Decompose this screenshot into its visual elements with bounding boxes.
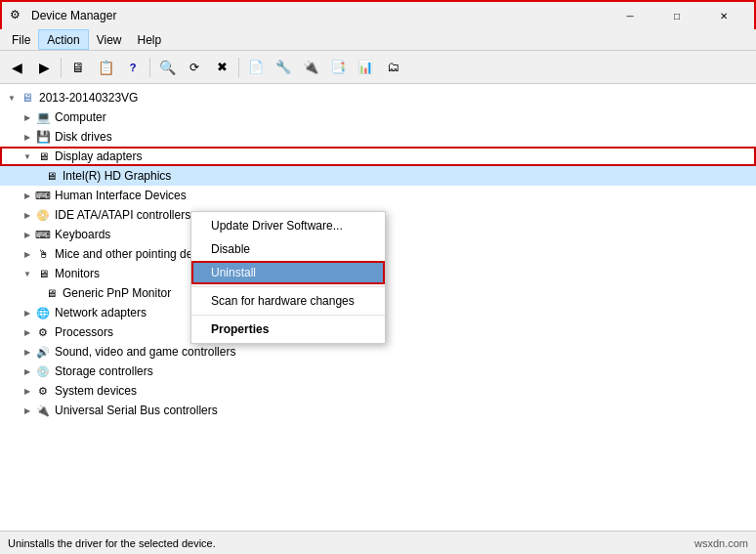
menu-help[interactable]: Help [130, 29, 170, 50]
toolbar-connect[interactable]: 🔌 [298, 55, 323, 80]
tree-item-sound[interactable]: ▶ 🔊 Sound, video and game controllers [0, 342, 756, 362]
toolbar-sep-2 [149, 58, 150, 77]
tree-item-display[interactable]: ▼ 🖥 Display adapters [0, 147, 756, 166]
window-controls: ─ □ ✕ [608, 1, 746, 30]
label-generic-monitor: Generic PnP Monitor [63, 286, 171, 300]
label-processors: Processors [55, 325, 113, 339]
toolbar-resources[interactable]: 🔧 [271, 55, 296, 80]
icon-monitors: 🖥 [35, 266, 51, 281]
expand-sound[interactable]: ▶ [20, 344, 35, 360]
expand-display[interactable]: ▼ [20, 149, 35, 164]
close-button[interactable]: ✕ [701, 1, 746, 30]
tree-item-root[interactable]: ▼ 🖥 2013-20140323VG [0, 88, 756, 107]
icon-storage: 💿 [35, 363, 51, 379]
label-sound: Sound, video and game controllers [55, 345, 235, 359]
menu-action[interactable]: Action [38, 29, 88, 50]
toolbar-help[interactable]: ? [120, 55, 146, 80]
label-network: Network adapters [55, 306, 147, 320]
expand-intel [35, 168, 43, 184]
icon-hid: ⌨ [35, 188, 51, 203]
expand-computer[interactable]: ▶ [20, 109, 35, 125]
label-ide: IDE ATA/ATAPI controllers [55, 208, 190, 222]
minimize-button[interactable]: ─ [608, 1, 652, 30]
main-content: ▼ 🖥 2013-20140323VG ▶ 💻 Computer ▶ 💾 Dis… [0, 84, 756, 531]
expand-monitors[interactable]: ▼ [20, 266, 35, 281]
expand-processors[interactable]: ▶ [20, 324, 35, 340]
label-intel: Intel(R) HD Graphics [63, 169, 171, 183]
window-title: Device Manager [31, 9, 116, 22]
ctx-update-driver[interactable]: Update Driver Software... [191, 214, 385, 237]
ctx-uninstall[interactable]: Uninstall [191, 261, 385, 284]
label-storage: Storage controllers [55, 364, 153, 378]
ctx-sep-1 [191, 286, 385, 287]
toolbar-properties[interactable]: 📋 [93, 55, 118, 80]
icon-network: 🌐 [35, 305, 51, 320]
toolbar-driver[interactable]: 📄 [243, 55, 269, 80]
expand-disk[interactable]: ▶ [20, 129, 35, 145]
icon-sound: 🔊 [35, 344, 51, 360]
tree-item-disk[interactable]: ▶ 💾 Disk drives [0, 127, 756, 147]
status-bar: Uninstalls the driver for the selected d… [0, 531, 756, 554]
toolbar-sep-3 [238, 58, 239, 77]
expand-system[interactable]: ▶ [20, 383, 35, 399]
app-icon: ⚙ [10, 8, 25, 23]
toolbar-view3[interactable]: 🗂 [380, 55, 405, 80]
label-system: System devices [55, 384, 137, 398]
toolbar-scan[interactable]: 🔍 [154, 55, 180, 80]
expand-usb[interactable]: ▶ [20, 403, 35, 418]
expand-network[interactable]: ▶ [20, 305, 35, 320]
tree-item-storage[interactable]: ▶ 💿 Storage controllers [0, 362, 756, 381]
ctx-properties[interactable]: Properties [191, 318, 385, 341]
icon-computer: 🖥 [20, 90, 35, 106]
tree-item-system[interactable]: ▶ ⚙ System devices [0, 381, 756, 401]
toolbar-uninstall[interactable]: ✖ [209, 55, 234, 80]
label-display: Display adapters [55, 149, 142, 163]
maximize-button[interactable]: □ [654, 1, 699, 30]
icon-computer-node: 💻 [35, 109, 51, 125]
toolbar-computer[interactable]: 🖥 [65, 55, 91, 80]
expand-mice[interactable]: ▶ [20, 246, 35, 262]
ctx-scan[interactable]: Scan for hardware changes [191, 289, 385, 313]
icon-generic-monitor: 🖥 [43, 285, 59, 301]
tree-item-usb[interactable]: ▶ 🔌 Universal Serial Bus controllers [0, 401, 756, 420]
label-usb: Universal Serial Bus controllers [55, 404, 218, 417]
expand-ide[interactable]: ▶ [20, 207, 35, 223]
toolbar-sep-1 [61, 58, 62, 77]
status-right: wsxdn.com [694, 537, 748, 549]
toolbar-update[interactable]: ⟳ [182, 55, 207, 80]
expand-root[interactable]: ▼ [4, 90, 20, 106]
tree-item-hid[interactable]: ▶ ⌨ Human Interface Devices [0, 186, 756, 205]
icon-keyboards: ⌨ [35, 227, 51, 242]
label-root: 2013-20140323VG [39, 91, 138, 105]
icon-processors: ⚙ [35, 324, 51, 340]
ctx-disable[interactable]: Disable [191, 237, 385, 261]
toolbar-view1[interactable]: 📑 [325, 55, 351, 80]
context-menu: Update Driver Software... Disable Uninst… [190, 211, 386, 344]
label-monitors: Monitors [55, 267, 100, 280]
device-tree[interactable]: ▼ 🖥 2013-20140323VG ▶ 💻 Computer ▶ 💾 Dis… [0, 84, 756, 531]
icon-disk: 💾 [35, 129, 51, 145]
tree-item-computer[interactable]: ▶ 💻 Computer [0, 107, 756, 127]
menu-view[interactable]: View [89, 29, 130, 50]
menu-bar: File Action View Help [0, 29, 756, 51]
menu-file[interactable]: File [4, 29, 38, 50]
label-hid: Human Interface Devices [55, 189, 187, 202]
label-computer: Computer [55, 110, 106, 124]
icon-display: 🖥 [35, 149, 51, 164]
expand-generic-monitor [35, 285, 43, 301]
icon-usb: 🔌 [35, 403, 51, 418]
title-bar: ⚙ Device Manager ─ □ ✕ [0, 0, 756, 29]
tree-item-intel[interactable]: 🖥 Intel(R) HD Graphics [0, 166, 756, 186]
expand-hid[interactable]: ▶ [20, 188, 35, 203]
icon-ide: 📀 [35, 207, 51, 223]
expand-keyboards[interactable]: ▶ [20, 227, 35, 242]
toolbar-forward[interactable]: ▶ [31, 55, 57, 80]
toolbar-view2[interactable]: 📊 [353, 55, 378, 80]
expand-storage[interactable]: ▶ [20, 363, 35, 379]
icon-system: ⚙ [35, 383, 51, 399]
status-text: Uninstalls the driver for the selected d… [8, 537, 216, 549]
label-disk: Disk drives [55, 130, 112, 144]
ctx-sep-2 [191, 315, 385, 316]
toolbar-back[interactable]: ◀ [4, 55, 29, 80]
icon-mice: 🖱 [35, 246, 51, 262]
